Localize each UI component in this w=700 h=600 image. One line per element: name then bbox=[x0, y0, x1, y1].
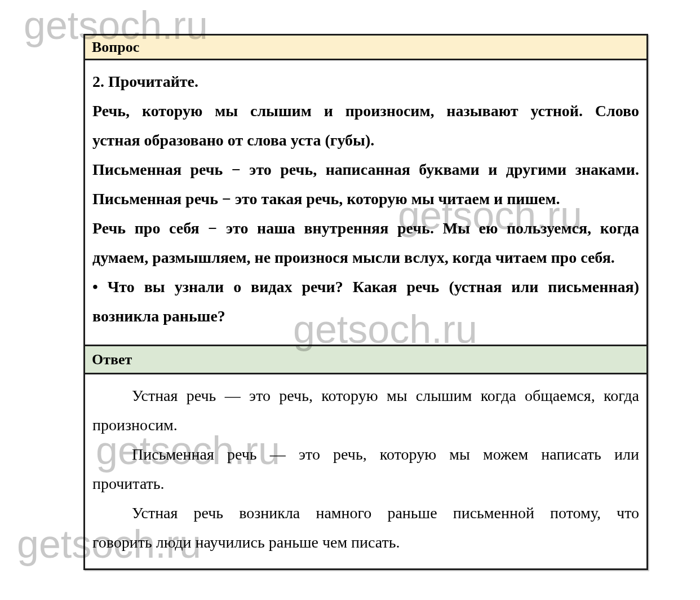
answer-text-line: Устная речь возникла намного раньше пись… bbox=[92, 498, 639, 528]
question-text-line: 2. Прочитайте. bbox=[92, 67, 639, 96]
question-text-line: устная образовано от слова уста (губы). bbox=[92, 126, 639, 155]
answer-header-row: Ответ bbox=[85, 346, 646, 374]
question-text-line: Речь, которую мы слышим и произносим, на… bbox=[92, 96, 639, 126]
answer-text-line: Устная речь — это речь, которую мы слыши… bbox=[92, 381, 639, 411]
question-header-label: Вопрос bbox=[92, 39, 139, 55]
qa-table: Вопрос 2. Прочитайте. Речь, которую мы с… bbox=[83, 34, 648, 570]
question-text-line: Письменная речь − это такая речь, котору… bbox=[92, 184, 639, 214]
answer-text-line: прочитать. bbox=[92, 469, 639, 498]
question-text-line: думаем, размышляем, не произнося мысли в… bbox=[92, 243, 639, 272]
answer-text-line: Письменная речь — это речь, которую мы м… bbox=[92, 440, 639, 469]
question-text-line: • Что вы узнали о видах речи? Какая речь… bbox=[92, 272, 639, 302]
answer-text-line: произносим. bbox=[92, 411, 639, 440]
question-text-line: Письменная речь − это речь, написанная б… bbox=[92, 155, 639, 184]
page: Вопрос 2. Прочитайте. Речь, которую мы с… bbox=[0, 0, 700, 600]
question-cell: 2. Прочитайте. Речь, которую мы слышим и… bbox=[85, 60, 646, 346]
answer-cell: Устная речь — это речь, которую мы слыши… bbox=[85, 374, 646, 570]
question-header-row: Вопрос bbox=[85, 36, 646, 60]
question-text-line: возникла раньше? bbox=[92, 302, 639, 331]
question-text-line: Речь про себя − это наша внутренняя речь… bbox=[92, 214, 639, 243]
answer-text-line: говорить люди научились раньше чем писат… bbox=[92, 528, 639, 557]
answer-header-label: Ответ bbox=[92, 351, 132, 368]
